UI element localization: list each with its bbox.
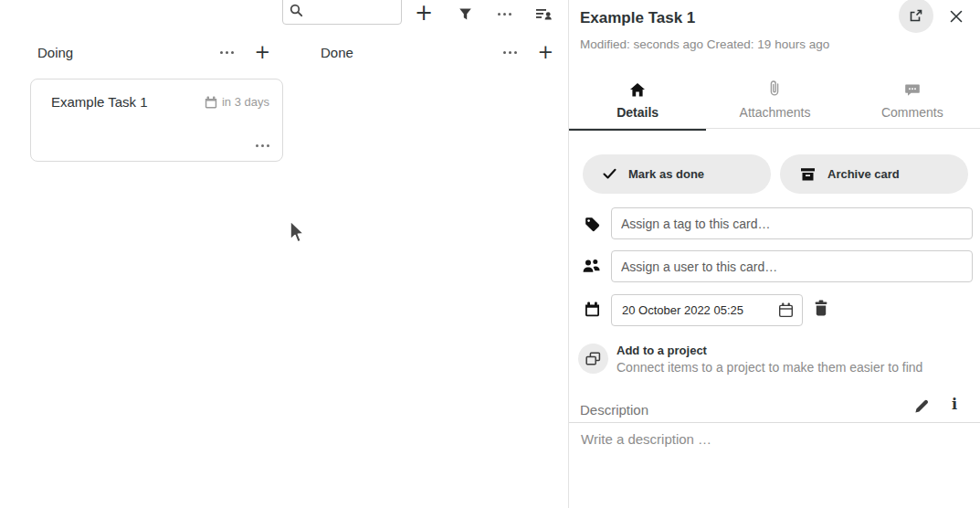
add-to-project-subtitle: Connect items to a project to make them …	[616, 360, 922, 375]
due-date-value: 20 October 2022 05:25	[622, 303, 778, 317]
tab-attachments[interactable]: Attachments	[706, 79, 843, 128]
plus-icon: +	[537, 43, 553, 62]
description-placeholder[interactable]: Write a description …	[581, 431, 711, 447]
panel-tabs: Details Attachments Comments	[569, 79, 980, 128]
board-menu-button[interactable]	[493, 3, 515, 25]
column-header-done: Done +	[304, 40, 566, 64]
description-info-button[interactable]: i	[952, 396, 957, 413]
column-menu-button[interactable]	[503, 51, 517, 54]
task-card[interactable]: Example Task 1 in 3 days	[30, 79, 283, 162]
edit-description-button[interactable]	[914, 398, 930, 414]
mouse-cursor	[289, 220, 307, 249]
due-date-field[interactable]: 20 October 2022 05:25	[611, 294, 803, 326]
column-title: Done	[321, 45, 353, 60]
trash-icon	[814, 300, 828, 316]
add-to-project-title: Add to a project	[616, 342, 922, 357]
remove-due-date-button[interactable]	[814, 300, 828, 316]
external-link-icon	[909, 8, 923, 23]
plus-icon: +	[254, 43, 270, 62]
add-card-to-column-button[interactable]: +	[254, 43, 270, 62]
column-header-doing: Doing +	[21, 40, 283, 64]
column-menu-button[interactable]	[220, 51, 234, 54]
open-in-window-button[interactable]	[899, 0, 933, 33]
users-icon	[583, 259, 601, 273]
add-card-button[interactable]: +	[412, 1, 436, 25]
tab-label: Attachments	[740, 105, 811, 120]
search-box[interactable]	[282, 0, 402, 25]
card-menu-button[interactable]	[256, 136, 269, 150]
close-icon	[950, 10, 963, 23]
panel-title: Example Task 1	[580, 9, 695, 27]
home-icon	[630, 80, 645, 97]
archive-icon	[800, 167, 816, 182]
add-card-to-column-button[interactable]: +	[537, 43, 553, 62]
search-input[interactable]	[308, 3, 401, 18]
tab-details[interactable]: Details	[569, 79, 706, 128]
calendar-picker-icon[interactable]	[778, 302, 794, 318]
mark-as-done-label: Mark as done	[628, 167, 704, 181]
projects-icon	[578, 344, 608, 374]
tabs-divider	[569, 128, 980, 129]
tag-icon	[585, 217, 600, 232]
tab-label: Comments	[881, 105, 943, 120]
more-options-icon	[220, 51, 234, 54]
assigned-cards-button[interactable]	[532, 2, 556, 26]
card-due-date: in 3 days	[205, 95, 269, 109]
check-icon	[603, 168, 616, 180]
more-options-icon	[503, 51, 517, 54]
list-user-icon	[536, 6, 553, 22]
paperclip-icon	[770, 80, 779, 97]
filter-icon	[458, 7, 472, 21]
kanban-board: + Doing	[0, 0, 568, 508]
more-options-icon	[498, 13, 511, 16]
column-title: Doing	[37, 45, 73, 60]
search-icon	[290, 4, 303, 17]
archive-card-label: Archive card	[827, 167, 900, 181]
card-due-label: in 3 days	[222, 95, 269, 109]
assign-tag-input[interactable]	[611, 207, 973, 239]
assign-user-input[interactable]	[611, 250, 973, 282]
close-panel-button[interactable]	[946, 6, 966, 26]
plus-icon: +	[415, 2, 433, 24]
tab-comments[interactable]: Comments	[844, 79, 980, 128]
card-details-panel: Example Task 1 Modified: seconds ago Cre…	[568, 0, 980, 508]
tab-label: Details	[616, 105, 659, 120]
pencil-icon	[914, 398, 930, 414]
card-title: Example Task 1	[51, 94, 205, 110]
archive-card-button[interactable]: Archive card	[780, 154, 968, 194]
more-options-icon	[256, 144, 269, 147]
description-label: Description	[580, 402, 648, 418]
app-window: + Doing	[0, 0, 980, 508]
calendar-icon	[205, 96, 217, 109]
calendar-icon	[585, 302, 600, 317]
add-to-project-row[interactable]: Add to a project Connect items to a proj…	[578, 342, 922, 375]
mark-as-done-button[interactable]: Mark as done	[583, 154, 771, 194]
filter-button[interactable]	[454, 3, 476, 25]
info-icon: i	[952, 396, 957, 413]
panel-meta: Modified: seconds ago Created: 19 hours …	[580, 37, 829, 51]
description-divider	[569, 422, 980, 423]
comment-icon	[905, 80, 920, 97]
